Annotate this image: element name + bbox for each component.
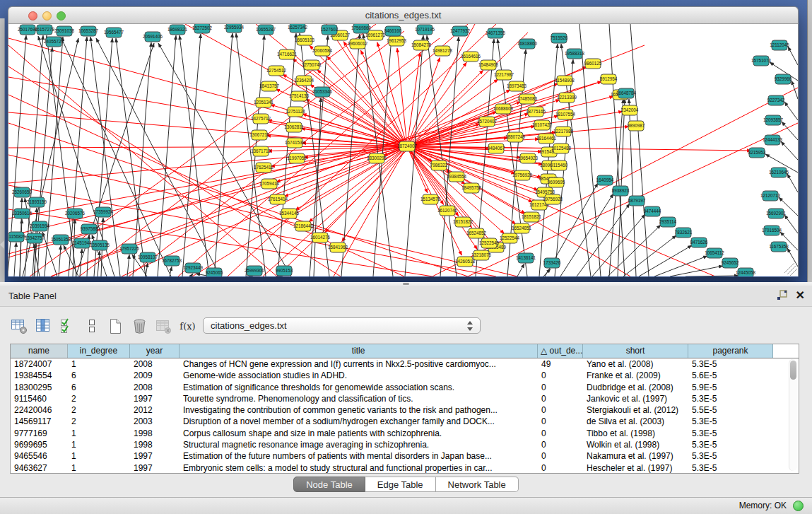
graph-edge[interactable]: [8, 146, 407, 183]
graph-edge[interactable]: [440, 37, 459, 276]
graph-edge[interactable]: [630, 24, 649, 276]
graph-edge[interactable]: [781, 141, 798, 160]
table-cell[interactable]: 18724007: [11, 358, 68, 370]
delete-column-icon[interactable]: [130, 317, 149, 336]
select-rows-icon[interactable]: [58, 317, 77, 336]
table-row[interactable]: 911546021997Tourette syndrome. Phenomeno…: [11, 393, 799, 404]
table-cell[interactable]: 6: [68, 382, 130, 393]
table-cell[interactable]: Tourette syndrome. Phenomenology and cla…: [180, 393, 538, 404]
table-row[interactable]: 1830029562008Estimation of significance …: [11, 382, 799, 393]
table-cell[interactable]: 1: [68, 462, 130, 474]
graph-edge[interactable]: [182, 34, 201, 276]
table-cell[interactable]: Estimation of significance thresholds fo…: [180, 382, 538, 393]
table-cell[interactable]: 2: [68, 416, 130, 427]
column-header-year[interactable]: year: [130, 344, 180, 358]
graph-edge[interactable]: [158, 43, 291, 276]
graph-edge[interactable]: [788, 47, 798, 65]
table-scrollbar[interactable]: [789, 359, 797, 471]
table-cell[interactable]: Tibbo et al. (1998): [583, 428, 688, 439]
table-cell[interactable]: 0: [538, 404, 583, 416]
table-row[interactable]: 977716911998Corpus callosum shape and si…: [11, 428, 799, 439]
table-cell[interactable]: 1997: [130, 450, 180, 462]
table-cell[interactable]: 5.3E-5: [688, 393, 773, 404]
table-cell[interactable]: 19384554: [11, 370, 68, 381]
column-header-short[interactable]: short: [583, 344, 688, 358]
canvas-resize-grip[interactable]: [784, 263, 797, 276]
table-cell[interactable]: 9465546: [11, 450, 68, 462]
graph-edge[interactable]: [133, 42, 151, 276]
graph-edge[interactable]: [314, 98, 321, 276]
close-panel-icon[interactable]: ✕: [796, 288, 805, 303]
table-cell[interactable]: Stergiakouli et al. (2012): [583, 404, 688, 416]
table-cell[interactable]: Yano et al. (2008): [583, 358, 688, 370]
new-column-icon[interactable]: [106, 317, 125, 336]
table-selector-dropdown[interactable]: citations_edges.txt: [203, 317, 481, 334]
table-cell[interactable]: 0: [538, 462, 583, 474]
table-cell[interactable]: 2008: [130, 358, 180, 370]
table-cell[interactable]: Estimation of the future numbers of pati…: [180, 450, 538, 462]
table-cell[interactable]: Embryonic stem cells: a model to study s…: [180, 462, 538, 474]
table-row[interactable]: 1456911722003Disruption of a novel membe…: [11, 416, 799, 427]
graph-edge[interactable]: [787, 248, 798, 267]
table-cell[interactable]: 0: [538, 370, 583, 381]
minimize-window-button[interactable]: [42, 11, 52, 21]
scrollbar-thumb[interactable]: [790, 361, 796, 380]
table-cell[interactable]: 0: [538, 439, 583, 450]
table-cell[interactable]: Corpus callosum shape and size in male p…: [180, 428, 538, 439]
table-cell[interactable]: 5.3E-5: [688, 439, 773, 450]
graph-edge[interactable]: [686, 276, 739, 276]
table-cell[interactable]: 5.3E-5: [688, 462, 773, 474]
table-cell[interactable]: 5.5E-5: [688, 404, 773, 416]
table-row[interactable]: 946554611997Estimation of the future num…: [11, 450, 799, 462]
table-row[interactable]: 969969511998Structural magnetic resonanc…: [11, 439, 799, 450]
column-header-title[interactable]: title: [180, 344, 538, 358]
table-cell[interactable]: 1998: [130, 428, 180, 439]
table-cell[interactable]: 5.6E-5: [688, 370, 773, 381]
graph-edge[interactable]: [59, 245, 61, 276]
table-cell[interactable]: 2003: [130, 416, 180, 427]
graph-edge[interactable]: [158, 35, 176, 276]
graph-edge[interactable]: [64, 245, 78, 276]
table-cell[interactable]: 0: [538, 428, 583, 439]
tab-network-table[interactable]: Network Table: [436, 477, 519, 492]
graph-edge[interactable]: [577, 204, 630, 276]
graph-edge[interactable]: [14, 243, 16, 276]
table-cell[interactable]: Genome-wide association studies in ADHD.: [180, 370, 538, 381]
window-titlebar[interactable]: citations_edges.txt: [8, 6, 799, 24]
graph-edge[interactable]: [787, 174, 798, 192]
table-cell[interactable]: 0: [538, 450, 583, 462]
graph-edge[interactable]: [327, 56, 407, 146]
table-cell[interactable]: 5.3E-5: [688, 416, 773, 427]
table-cell[interactable]: 14569117: [11, 416, 68, 427]
table-cell[interactable]: 0: [538, 393, 583, 404]
table-cell[interactable]: 1: [68, 439, 130, 450]
row-height-icon[interactable]: [82, 317, 101, 336]
table-cell[interactable]: Nakamura et al. (1997): [583, 450, 688, 462]
table-cell[interactable]: 5.9E-5: [688, 382, 773, 393]
column-header-out_de[interactable]: △ out_de...: [538, 344, 583, 358]
close-window-button[interactable]: [28, 11, 37, 21]
table-row[interactable]: 2242004622012Investigating the contribut…: [11, 404, 799, 416]
table-cell[interactable]: 2012: [130, 404, 180, 416]
splitter-grip-icon[interactable]: [403, 283, 409, 285]
graph-edge[interactable]: [543, 269, 551, 276]
table-cell[interactable]: Hescheler et al. (1997): [583, 462, 688, 474]
table-cell[interactable]: 9777169: [11, 428, 68, 439]
graph-edge[interactable]: [654, 256, 707, 276]
table-row[interactable]: 1938455462009Genome-wide association stu…: [11, 370, 799, 381]
graph-edge[interactable]: [517, 264, 524, 276]
table-cell[interactable]: 9699695: [11, 439, 68, 450]
column-header-pagerank[interactable]: pagerank: [688, 344, 773, 358]
graph-edge[interactable]: [427, 35, 457, 276]
table-cell[interactable]: 1997: [130, 462, 180, 474]
graph-edge[interactable]: [792, 81, 798, 99]
table-cell[interactable]: 1: [68, 428, 130, 439]
table-row[interactable]: 1872400712008Changes of HCN gene express…: [11, 358, 799, 370]
graph-edge[interactable]: [397, 48, 407, 146]
float-panel-icon[interactable]: [777, 290, 788, 303]
table-mode-icon[interactable]: [10, 317, 29, 336]
table-cell[interactable]: 9115460: [11, 393, 68, 404]
table-cell[interactable]: 2008: [130, 382, 180, 393]
table-cell[interactable]: 2: [68, 404, 130, 416]
column-header-name[interactable]: name: [11, 344, 68, 358]
